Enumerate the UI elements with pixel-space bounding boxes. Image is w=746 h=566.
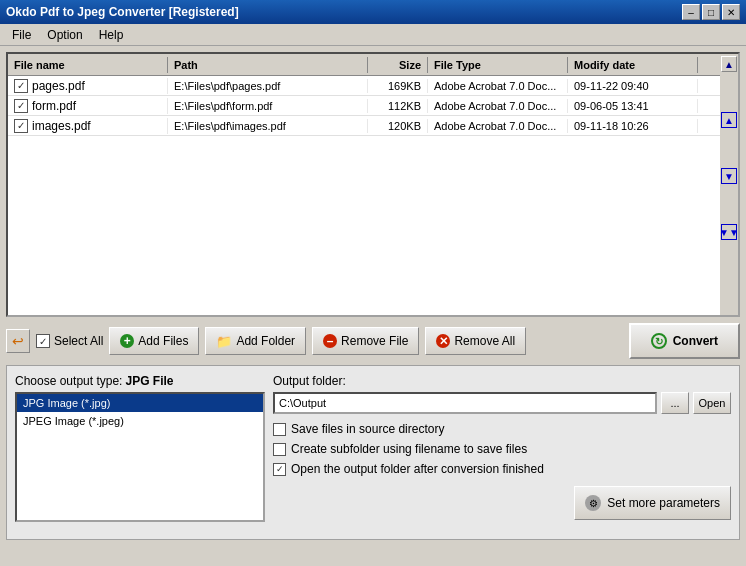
set-params-button[interactable]: ⚙ Set more parameters <box>574 486 731 520</box>
cell-path: E:\Files\pdf\pages.pdf <box>168 79 368 93</box>
minimize-button[interactable]: – <box>682 4 700 20</box>
output-folder-row: ... Open <box>273 392 731 414</box>
add-files-icon: + <box>120 334 134 348</box>
bottom-section: Choose output type: JPG File JPG Image (… <box>6 365 740 540</box>
add-folder-button[interactable]: 📁 Add Folder <box>205 327 306 355</box>
output-folder-label: Output folder: <box>273 374 346 388</box>
col-header-path: Path <box>168 57 368 73</box>
col-header-modify: Modify date <box>568 57 698 73</box>
remove-file-label: Remove File <box>341 334 408 348</box>
main-content: File name Path Size File Type Modify dat… <box>0 46 746 566</box>
scroll-down-button[interactable]: ▼ <box>721 168 737 184</box>
cell-modify: 09-06-05 13:41 <box>568 99 698 113</box>
remove-all-label: Remove All <box>454 334 515 348</box>
back-arrow-icon: ↩ <box>12 333 24 349</box>
cell-filename: pages.pdf <box>8 78 168 94</box>
table-row[interactable]: pages.pdf E:\Files\pdf\pages.pdf 169KB A… <box>8 76 720 96</box>
scroll-panel: ▲ ▲ ▼ ▼▼ <box>720 54 738 315</box>
listbox-item[interactable]: JPEG Image (*.jpeg) <box>17 412 263 430</box>
cell-modify: 09-11-22 09:40 <box>568 79 698 93</box>
table-header: File name Path Size File Type Modify dat… <box>8 54 720 76</box>
menu-help[interactable]: Help <box>91 26 132 44</box>
checkbox-row: Open the output folder after conversion … <box>273 462 731 476</box>
row-checkbox[interactable] <box>14 79 28 93</box>
add-files-label: Add Files <box>138 334 188 348</box>
menu-bar: File Option Help <box>0 24 746 46</box>
checkbox-row: Save files in source directory <box>273 422 731 436</box>
selected-type: JPG File <box>125 374 173 388</box>
output-folder-input[interactable] <box>273 392 657 414</box>
title-bar: Okdo Pdf to Jpeg Converter [Registered] … <box>0 0 746 24</box>
maximize-button[interactable]: □ <box>702 4 720 20</box>
window-controls: – □ ✕ <box>682 4 740 20</box>
row-checkbox[interactable] <box>14 99 28 113</box>
remove-all-button[interactable]: ✕ Remove All <box>425 327 526 355</box>
close-button[interactable]: ✕ <box>722 4 740 20</box>
set-params-label: Set more parameters <box>607 496 720 510</box>
option-checkbox-2[interactable] <box>273 463 286 476</box>
checkboxes-container: Save files in source directory Create su… <box>273 422 731 476</box>
cell-filename: images.pdf <box>8 118 168 134</box>
output-folder-panel: Output folder: ... Open Save files in so… <box>273 374 731 531</box>
add-files-button[interactable]: + Add Files <box>109 327 199 355</box>
convert-button[interactable]: ↻ Convert <box>629 323 740 359</box>
convert-icon: ↻ <box>651 333 667 349</box>
select-all-container: Select All <box>36 334 103 348</box>
table-row[interactable]: form.pdf E:\Files\pdf\form.pdf 112KB Ado… <box>8 96 720 116</box>
cell-filetype: Adobe Acrobat 7.0 Doc... <box>428 99 568 113</box>
col-header-filename: File name <box>8 57 168 73</box>
col-header-filetype: File Type <box>428 57 568 73</box>
add-folder-icon: 📁 <box>216 334 232 349</box>
scroll-top-button[interactable]: ▲ <box>721 56 737 72</box>
option-label-0: Save files in source directory <box>291 422 444 436</box>
cell-size: 112KB <box>368 99 428 113</box>
option-checkbox-1[interactable] <box>273 443 286 456</box>
cell-size: 120KB <box>368 119 428 133</box>
menu-option[interactable]: Option <box>39 26 90 44</box>
cell-filetype: Adobe Acrobat 7.0 Doc... <box>428 79 568 93</box>
remove-file-icon: – <box>323 334 337 348</box>
file-list-container: File name Path Size File Type Modify dat… <box>6 52 740 317</box>
option-label-1: Create subfolder using filename to save … <box>291 442 527 456</box>
checkbox-row: Create subfolder using filename to save … <box>273 442 731 456</box>
menu-file[interactable]: File <box>4 26 39 44</box>
table-body: pages.pdf E:\Files\pdf\pages.pdf 169KB A… <box>8 76 720 315</box>
gear-icon: ⚙ <box>585 495 601 511</box>
output-type-listbox[interactable]: JPG Image (*.jpg)JPEG Image (*.jpeg) <box>15 392 265 522</box>
file-controls-bar: ↩ Select All + Add Files 📁 Add Folder – … <box>6 317 740 365</box>
row-checkbox[interactable] <box>14 119 28 133</box>
table-row[interactable]: images.pdf E:\Files\pdf\images.pdf 120KB… <box>8 116 720 136</box>
cell-filetype: Adobe Acrobat 7.0 Doc... <box>428 119 568 133</box>
output-type-label: Choose output type: JPG File <box>15 374 265 388</box>
option-checkbox-0[interactable] <box>273 423 286 436</box>
col-header-size: Size <box>368 57 428 73</box>
add-folder-label: Add Folder <box>236 334 295 348</box>
listbox-item[interactable]: JPG Image (*.jpg) <box>17 394 263 412</box>
scroll-bottom-button[interactable]: ▼▼ <box>721 224 737 240</box>
convert-label: Convert <box>673 334 718 348</box>
back-arrow-button[interactable]: ↩ <box>6 329 30 353</box>
scroll-up-button[interactable]: ▲ <box>721 112 737 128</box>
select-all-checkbox[interactable] <box>36 334 50 348</box>
cell-path: E:\Files\pdf\images.pdf <box>168 119 368 133</box>
cell-modify: 09-11-18 10:26 <box>568 119 698 133</box>
cell-size: 169KB <box>368 79 428 93</box>
select-all-label: Select All <box>54 334 103 348</box>
cell-path: E:\Files\pdf\form.pdf <box>168 99 368 113</box>
output-type-panel: Choose output type: JPG File JPG Image (… <box>15 374 265 531</box>
browse-button[interactable]: ... <box>661 392 689 414</box>
remove-all-icon: ✕ <box>436 334 450 348</box>
file-table: File name Path Size File Type Modify dat… <box>8 54 720 315</box>
app-title: Okdo Pdf to Jpeg Converter [Registered] <box>6 5 239 19</box>
cell-filename: form.pdf <box>8 98 168 114</box>
option-label-2: Open the output folder after conversion … <box>291 462 544 476</box>
open-folder-button[interactable]: Open <box>693 392 731 414</box>
remove-file-button[interactable]: – Remove File <box>312 327 419 355</box>
